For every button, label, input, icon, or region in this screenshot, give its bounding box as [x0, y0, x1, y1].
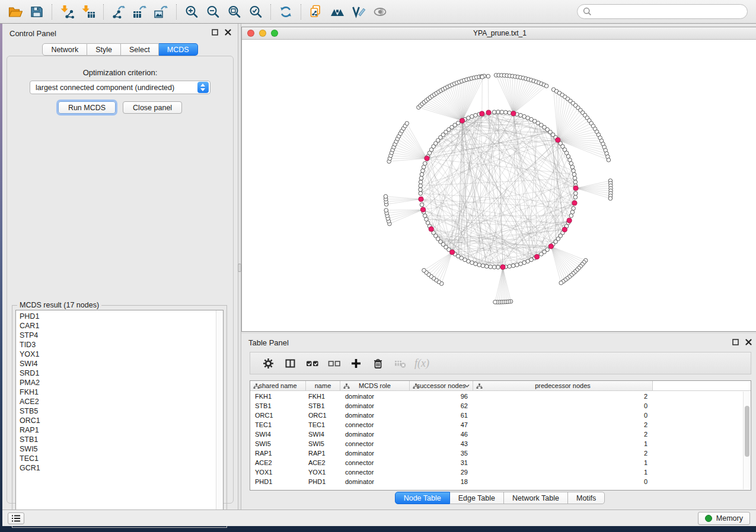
control-panel: Control Panel NetworkStyleSelectMCDS Opt… — [2, 24, 238, 509]
import-network-icon[interactable] — [56, 2, 78, 21]
close-table-panel-icon[interactable] — [745, 338, 752, 346]
tab-style[interactable]: Style — [87, 43, 121, 56]
mcds-result-item[interactable]: YOX1 — [16, 350, 216, 359]
table-scrollbar-thumb[interactable] — [745, 406, 749, 457]
column-header-shared-name[interactable]: shared name — [250, 381, 306, 390]
table-row[interactable]: RAP1RAP1dominator352 — [250, 448, 743, 458]
close-panel-icon[interactable] — [224, 28, 232, 36]
cell-successor-nodes: 46 — [410, 431, 473, 438]
table-row[interactable]: SWI5SWI5connector431 — [250, 439, 743, 448]
cell-predecessor-nodes: 2 — [473, 450, 653, 457]
task-history-button[interactable] — [8, 512, 24, 524]
mcds-result-item[interactable]: CAR1 — [16, 321, 216, 331]
mcds-result-item[interactable]: RAP1 — [16, 425, 216, 435]
table-header-row: shared namenameMCDS rolesuccessor nodesp… — [250, 381, 751, 391]
mcds-result-item[interactable]: STB1 — [16, 435, 216, 444]
table-scrollbar[interactable] — [743, 392, 750, 489]
float-panel-icon[interactable] — [211, 28, 219, 36]
mcds-result-item[interactable]: STP4 — [16, 331, 216, 340]
apply-layout-icon[interactable] — [275, 2, 296, 21]
mcds-result-item[interactable]: STB5 — [16, 406, 216, 416]
toolbar-separator — [52, 4, 52, 20]
column-header-name[interactable]: name — [306, 381, 340, 390]
mcds-result-item[interactable]: PMA2 — [16, 378, 216, 387]
search-input[interactable] — [595, 8, 742, 16]
table-row[interactable]: ACE2ACE2connector311 — [250, 458, 743, 467]
tab-mcds[interactable]: MCDS — [159, 43, 198, 56]
delete-column-icon[interactable] — [367, 354, 389, 372]
mcds-result-items: PHD1CAR1STP4TID3YOX1SWI4SRD1PMA2FKH1ACE2… — [16, 312, 216, 524]
table-tab-edge-table[interactable]: Edge Table — [450, 492, 504, 504]
table-row[interactable]: SWI4SWI4dominator462 — [250, 430, 743, 439]
mcds-result-item[interactable]: FKH1 — [16, 387, 216, 397]
mcds-result-item[interactable]: ORC1 — [16, 416, 216, 425]
table-tab-node-table[interactable]: Node Table — [395, 492, 450, 504]
memory-button[interactable]: Memory — [698, 512, 750, 525]
cell-shared-name: RAP1 — [250, 450, 306, 457]
mcds-result-item[interactable]: TEC1 — [16, 454, 216, 463]
network-from-selection-icon[interactable] — [305, 2, 327, 21]
open-session-icon[interactable] — [5, 2, 26, 21]
unselect-all-icon[interactable] — [323, 354, 345, 372]
first-neighbors-icon[interactable] — [327, 2, 348, 21]
column-visibility-icon[interactable] — [279, 354, 301, 372]
table-row[interactable]: STB1STB1dominator620 — [250, 401, 743, 411]
network-graph[interactable] — [242, 40, 756, 331]
mcds-result-item[interactable]: SRD1 — [16, 368, 216, 378]
mcds-result-item[interactable]: PHD1 — [16, 312, 216, 321]
table-toolbar: f(x) — [250, 352, 751, 374]
mcds-list-scrollbar[interactable] — [216, 310, 223, 524]
settings-icon[interactable] — [257, 354, 279, 372]
cell-name: PHD1 — [306, 478, 340, 485]
table-tab-motifs[interactable]: Motifs — [568, 492, 605, 504]
table-row[interactable]: ORC1ORC1dominator610 — [250, 411, 743, 420]
table-row[interactable]: FKH1FKH1dominator962 — [250, 392, 743, 401]
column-header-successor-nodes[interactable]: successor nodes — [410, 381, 473, 390]
optimization-criterion-label: Optimization criterion: — [7, 68, 233, 77]
network-canvas[interactable] — [242, 40, 756, 331]
cell-shared-name: SWI4 — [250, 431, 306, 438]
export-table-icon[interactable] — [129, 2, 151, 21]
mcds-result-item[interactable]: GCR1 — [16, 463, 216, 473]
export-image-icon[interactable] — [151, 2, 172, 21]
export-network-icon[interactable] — [108, 2, 129, 21]
select-all-icon[interactable] — [301, 354, 323, 372]
cell-name: SWI4 — [306, 431, 340, 438]
cell-MCDS-role: connector — [340, 440, 410, 447]
mcds-result-item[interactable]: TID3 — [16, 340, 216, 350]
zoom-selected-icon[interactable] — [245, 2, 266, 21]
float-table-panel-icon[interactable] — [732, 338, 739, 346]
cell-predecessor-nodes: 0 — [473, 412, 653, 419]
add-column-icon[interactable] — [345, 354, 367, 372]
control-panel-title: Control Panel — [9, 29, 56, 38]
zoom-in-icon[interactable] — [181, 2, 202, 21]
table-row[interactable]: TEC1TEC1connector472 — [250, 420, 743, 430]
network-window-title: YPA_prune.txt_1 — [242, 29, 756, 37]
cell-shared-name: FKH1 — [250, 393, 306, 400]
column-header-predecessor-nodes[interactable]: predecessor nodes — [473, 381, 653, 390]
search-box[interactable] — [577, 4, 748, 19]
vizmapper-icon[interactable] — [348, 2, 369, 21]
save-session-icon[interactable] — [26, 2, 47, 21]
zoom-fit-icon[interactable] — [224, 2, 245, 21]
tab-network[interactable]: Network — [42, 43, 87, 56]
close-panel-button[interactable]: Close panel — [123, 101, 182, 114]
cell-predecessor-nodes: 0 — [473, 478, 653, 485]
graphics-details-icon[interactable] — [369, 2, 391, 21]
optimization-criterion-select[interactable]: largest connected component (undirected) — [30, 81, 210, 94]
tab-select[interactable]: Select — [121, 43, 159, 56]
zoom-out-icon[interactable] — [202, 2, 224, 21]
mcds-result-item[interactable]: ACE2 — [16, 397, 216, 406]
mcds-result-item[interactable]: SWI4 — [16, 359, 216, 368]
column-header-MCDS-role[interactable]: MCDS role — [340, 381, 410, 390]
cell-predecessor-nodes: 1 — [473, 440, 653, 447]
run-mcds-button[interactable]: Run MCDS — [58, 101, 116, 114]
network-window-titlebar[interactable]: YPA_prune.txt_1 — [242, 27, 756, 40]
select-stepper-icon — [197, 82, 209, 93]
mcds-result-item[interactable]: SWI5 — [16, 444, 216, 454]
table-row[interactable]: PHD1PHD1dominator180 — [250, 477, 743, 486]
table-row[interactable]: YOX1YOX1connector291 — [250, 467, 743, 477]
table-tab-network-table[interactable]: Network Table — [504, 492, 568, 504]
cell-successor-nodes: 62 — [410, 402, 473, 409]
import-table-icon[interactable] — [78, 2, 99, 21]
